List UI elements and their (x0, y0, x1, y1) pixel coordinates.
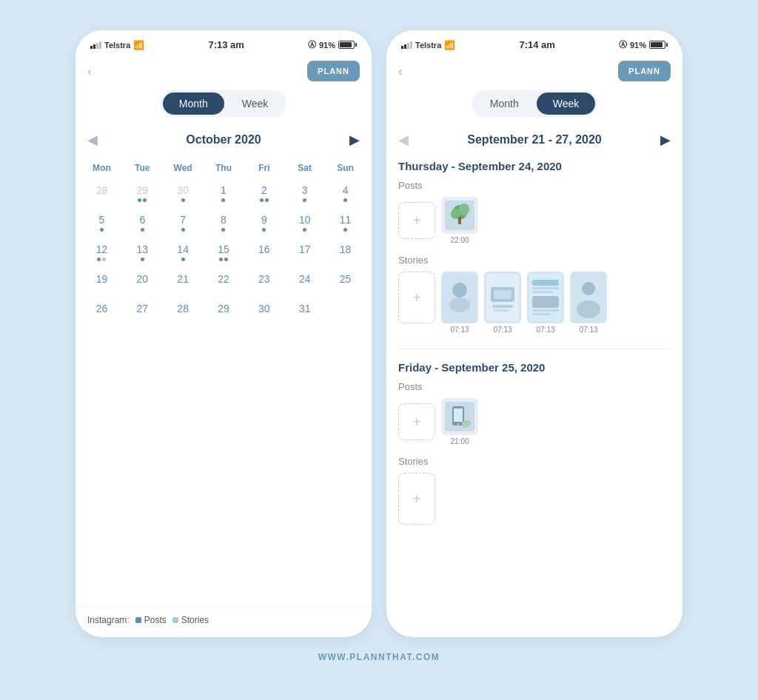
calendar-day[interactable]: 24 (284, 268, 325, 295)
day-number: 16 (258, 244, 270, 255)
plann-button[interactable]: PLANN (307, 61, 360, 81)
story-time-4: 07:13 (579, 326, 597, 334)
status-left: Telstra 📶 (90, 40, 144, 50)
month-tab-r[interactable]: Month (474, 92, 535, 115)
dot-indicator (141, 228, 144, 232)
calendar-day[interactable]: 6 (122, 209, 163, 235)
calendar-day[interactable]: 21 (163, 268, 204, 295)
add-story-friday[interactable]: + (398, 473, 435, 525)
day-dots (303, 198, 306, 203)
plann-button-r[interactable]: PLANN (618, 61, 671, 81)
day-number: 24 (299, 274, 311, 284)
friday-posts-row: + 21:00 (398, 398, 671, 445)
calendar-day[interactable]: 25 (325, 268, 366, 295)
day-number: 5 (99, 215, 105, 225)
time-label: 7:13 am (208, 39, 244, 50)
status-bar-left: Telstra 📶 7:13 am Ⓐ 91% (76, 30, 372, 55)
calendar-week: 2829301234 (81, 179, 366, 206)
time-label-r: 7:14 am (519, 39, 554, 50)
day-dots (181, 258, 185, 262)
calendar-day[interactable]: 12 (81, 238, 122, 265)
calendar-day[interactable]: 30 (163, 179, 204, 206)
add-post-thursday[interactable]: + (398, 202, 435, 239)
calendar-day[interactable] (325, 297, 366, 324)
day-number: 9 (261, 215, 267, 225)
dot-indicator (141, 258, 144, 261)
calendar-day[interactable]: 4 (325, 179, 366, 206)
story-thumb-1[interactable]: 07:13 (441, 272, 478, 334)
calendar-day[interactable]: 23 (244, 268, 284, 295)
day-dots (221, 228, 225, 232)
day-number: 4 (343, 185, 349, 195)
story-thumb-3[interactable]: 07:13 (527, 272, 564, 334)
prev-week-button[interactable]: ◀ (398, 132, 409, 148)
back-button[interactable]: ‹ (87, 64, 92, 79)
calendar-day[interactable]: 29 (204, 297, 244, 324)
calendar-day[interactable]: 18 (325, 238, 366, 265)
calendar-day[interactable]: 29 (122, 179, 163, 206)
calendar-day[interactable]: 20 (122, 268, 163, 295)
calendar-day[interactable]: 16 (244, 238, 284, 265)
stories-dot (172, 617, 178, 623)
calendar-day[interactable]: 14 (163, 238, 204, 265)
calendar-day[interactable]: 28 (163, 297, 204, 324)
calendar-day[interactable]: 22 (204, 268, 244, 295)
calendar-day[interactable]: 30 (244, 297, 284, 324)
stories-label: Stories (181, 615, 209, 625)
location-icon-r: Ⓐ (619, 39, 627, 50)
calendar-day[interactable]: 9 (244, 209, 284, 235)
calendar-day[interactable]: 8 (204, 209, 244, 235)
next-month-button[interactable]: ▶ (349, 132, 360, 148)
calendar-day[interactable]: 15 (204, 238, 244, 265)
back-button-r[interactable]: ‹ (398, 64, 403, 79)
calendar-day[interactable]: 28 (81, 179, 122, 206)
post-thumb-phone[interactable]: 21:00 (441, 398, 478, 445)
dot-indicator (181, 198, 185, 202)
story-thumb-2[interactable]: 07:13 (484, 272, 521, 334)
calendar-day[interactable]: 17 (284, 238, 325, 265)
week-tab[interactable]: Week (226, 92, 285, 115)
post-thumb-plant[interactable]: 22:00 (441, 197, 478, 244)
day-dots (141, 258, 144, 262)
legend-label: Instagram: (87, 615, 130, 625)
week-tab-r[interactable]: Week (537, 92, 596, 115)
status-right: Ⓐ 91% (308, 39, 357, 50)
calendar-day[interactable]: 3 (284, 179, 325, 206)
prev-month-button[interactable]: ◀ (87, 132, 98, 148)
calendar-day[interactable]: 2 (244, 179, 284, 206)
calendar-day[interactable]: 7 (163, 209, 204, 235)
add-post-friday[interactable]: + (398, 403, 435, 440)
month-tab[interactable]: Month (163, 92, 224, 115)
day-number: 27 (136, 303, 148, 314)
story-image-3 (527, 272, 564, 323)
phone-right: Telstra 📶 7:14 am Ⓐ 91% ‹ PLANN Month We… (386, 30, 682, 637)
calendar-day[interactable]: 1 (204, 179, 244, 206)
next-week-button[interactable]: ▶ (660, 132, 671, 148)
post-time-phone: 21:00 (450, 437, 469, 445)
story-thumb-4[interactable]: 07:13 (570, 272, 607, 334)
friday-stories-row: + (398, 473, 671, 525)
status-left-r: Telstra 📶 (401, 40, 455, 50)
signal-icon (90, 41, 101, 49)
calendar-day[interactable]: 31 (284, 297, 325, 324)
dot-indicator (343, 228, 347, 232)
calendar-day[interactable]: 5 (81, 209, 122, 235)
calendar-day[interactable]: 19 (81, 268, 122, 295)
add-story-thursday[interactable]: + (398, 272, 435, 323)
dot-indicator (143, 198, 147, 202)
story-svg-3 (529, 274, 562, 321)
svg-point-7 (449, 297, 470, 312)
dot-indicator (262, 228, 266, 232)
calendar-day[interactable]: 11 (325, 209, 366, 235)
dot-indicator (100, 228, 104, 232)
day-dots (138, 198, 147, 203)
calendar-day[interactable]: 13 (122, 238, 163, 265)
calendar-day[interactable]: 10 (284, 209, 325, 235)
calendar-day[interactable]: 27 (122, 297, 163, 324)
story-svg-1 (443, 274, 476, 321)
post-time-plant: 22:00 (450, 236, 469, 244)
calendar-day[interactable]: 26 (81, 297, 122, 324)
day-number: 20 (136, 274, 148, 284)
day-number: 14 (177, 244, 189, 255)
header-wed: Wed (163, 160, 204, 176)
